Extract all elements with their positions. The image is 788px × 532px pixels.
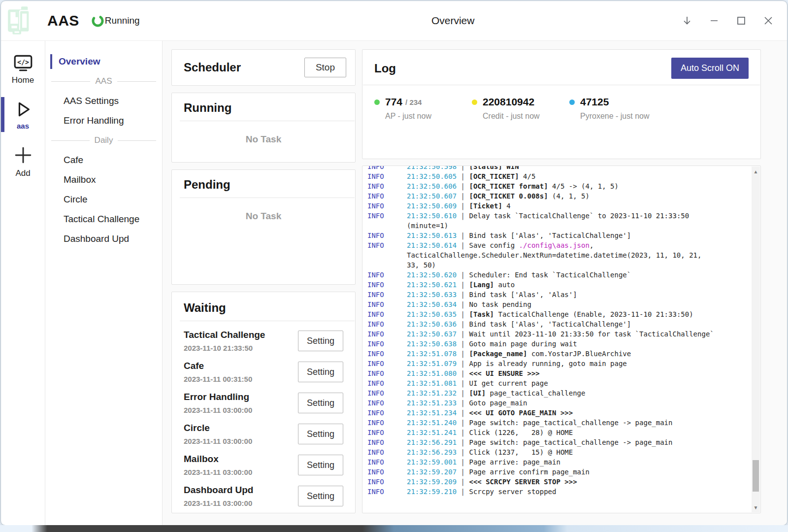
rail-item-aas[interactable]: aas	[1, 96, 45, 133]
scroll-down-arrow-icon[interactable]: ▼	[752, 503, 760, 511]
waiting-task-time: 2023-11-10 21:33:50	[184, 344, 265, 352]
task-setting-button[interactable]: Setting	[298, 393, 343, 413]
stat-label: AP - just now	[374, 112, 472, 121]
log-timestamp: 21:32:51.232	[407, 389, 457, 397]
log-scrollbar-thumb[interactable]	[753, 460, 759, 492]
log-separator: |	[457, 310, 469, 318]
close-icon	[763, 15, 774, 26]
auto-scroll-toggle-button[interactable]: Auto Scroll ON	[671, 58, 749, 79]
pending-title: Pending	[184, 178, 343, 192]
log-line: INFO21:32:51.078 | [Package_name] com.Yo…	[367, 349, 746, 359]
log-message: 21:32:50.606 | [OCR_TICKET format] 4/5 -…	[407, 181, 746, 191]
menu-item-mailbox[interactable]: Mailbox	[45, 170, 162, 190]
log-level: INFO	[367, 418, 407, 428]
scheduler-column: Scheduler Stop Running No Task Pending N…	[171, 49, 356, 513]
log-separator: |	[457, 202, 469, 210]
menu-item-overview[interactable]: Overview	[45, 52, 162, 71]
hide-to-tray-button[interactable]	[677, 11, 697, 31]
menu-item-dashboard-upd[interactable]: Dashboard Upd	[45, 229, 162, 249]
log-level: INFO	[367, 181, 407, 191]
log-message: 21:32:50.609 | [Ticket] 4	[407, 201, 746, 211]
log-timestamp: 21:32:59.207	[407, 468, 457, 476]
log-timestamp: 21:32:50.614	[407, 241, 457, 249]
task-setting-button[interactable]: Setting	[298, 362, 343, 382]
menu-item-aas-settings[interactable]: AAS Settings	[45, 91, 162, 111]
dashboard-stat: 220810942Credit - just now	[472, 96, 569, 121]
pending-empty-text: No Task	[184, 211, 343, 222]
log-separator: |	[457, 419, 469, 427]
waiting-task-row: Dashboard Upd2023-11-11 03:00:00Setting	[184, 485, 343, 507]
log-scrollbar[interactable]: ▲ ▼	[752, 166, 760, 512]
task-setting-button[interactable]: Setting	[298, 455, 343, 475]
log-message: 21:32:51.079 | App is already running, g…	[407, 359, 746, 368]
task-setting-button[interactable]: Setting	[298, 486, 343, 506]
maximize-button[interactable]	[731, 11, 751, 31]
scheduler-card: Scheduler Stop	[171, 49, 356, 86]
log-timestamp: 21:32:51.241	[407, 429, 457, 436]
log-separator: |	[457, 478, 469, 486]
log-line: INFO21:32:50.621 | [Lang] auto	[367, 280, 746, 290]
waiting-task-name: Cafe	[184, 361, 252, 371]
stat-label: Pyroxene - just now	[569, 112, 667, 121]
stat-dot-icon	[374, 100, 380, 105]
log-level: INFO	[367, 477, 407, 487]
menu-section-label: AAS	[95, 76, 112, 86]
menu-item-cafe[interactable]: Cafe	[45, 150, 162, 170]
log-line: INFO21:32:51.241 | Click (1226, 28) @ HO…	[367, 428, 746, 437]
waiting-task-name: Circle	[184, 423, 252, 433]
running-empty-text: No Task	[184, 134, 343, 145]
log-message: 21:32:50.605 | [OCR_TICKET] 4/5	[407, 171, 746, 181]
nav-rail: </> Home aas Add	[1, 41, 45, 525]
overview-main: Scheduler Stop Running No Task Pending N…	[163, 41, 787, 525]
log-level: INFO	[367, 171, 407, 181]
log-message: 21:32:50.610 | Delay task `TacticalChall…	[407, 211, 746, 231]
menu-item-error-handling[interactable]: Error Handling	[45, 111, 162, 131]
maximize-icon	[736, 15, 747, 26]
minimize-button[interactable]	[704, 11, 724, 31]
log-level: INFO	[367, 378, 407, 388]
log-line: INFO21:32:56.293 | Click (1237, 15) @ HO…	[367, 447, 746, 457]
log-separator: |	[457, 166, 469, 170]
log-line: INFO21:32:50.605 | [OCR_TICKET] 4/5	[367, 171, 746, 181]
log-separator: |	[457, 212, 469, 220]
log-separator: |	[457, 399, 469, 407]
rail-item-home[interactable]: </> Home	[1, 51, 45, 88]
log-level: INFO	[367, 329, 407, 339]
log-timestamp: 21:32:50.635	[407, 310, 457, 318]
desktop-background	[0, 525, 788, 532]
stat-total: / 234	[405, 98, 422, 106]
arrow-down-icon	[682, 15, 692, 26]
scheduler-stop-button[interactable]: Stop	[304, 58, 346, 77]
rail-item-add[interactable]: Add	[1, 141, 45, 181]
log-level: INFO	[367, 447, 407, 457]
task-setting-button[interactable]: Setting	[298, 424, 343, 444]
close-button[interactable]	[758, 11, 778, 31]
app-logo-icon	[6, 5, 39, 36]
log-message: 21:32:50.613 | Bind task ['Alas', 'Tacti…	[407, 231, 746, 240]
log-message: 21:32:51.234 | <<< UI GOTO PAGE_MAIN >>>	[407, 408, 746, 418]
log-line: INFO21:32:50.634 | No task pending	[367, 299, 746, 309]
waiting-task-row: Cafe2023-11-11 00:31:50Setting	[184, 361, 343, 383]
stat-value: 774	[385, 96, 402, 108]
log-level: INFO	[367, 388, 407, 398]
menu-item-tactical-challenge[interactable]: Tactical Challenge	[45, 209, 162, 229]
log-view[interactable]: INFO21:32:50.598 | [Status] WININFO21:32…	[362, 166, 761, 513]
log-line: INFO21:32:50.598 | [Status] WIN	[367, 166, 746, 171]
waiting-task-row: Error Handling2023-11-11 03:00:00Setting	[184, 392, 343, 414]
minimize-icon	[709, 15, 720, 26]
log-message: 21:32:51.240 | Page switch: page_tactica…	[407, 418, 746, 428]
log-line: INFO21:32:51.234 | <<< UI GOTO PAGE_MAIN…	[367, 408, 746, 418]
log-message: 21:32:59.001 | Page arrive: page_main	[407, 457, 746, 467]
log-message: 21:32:59.207 | Page arrive confirm page_…	[407, 467, 746, 477]
rail-item-label: Add	[15, 168, 30, 178]
scroll-up-arrow-icon[interactable]: ▲	[752, 167, 760, 175]
window-controls	[677, 1, 778, 40]
log-message: 21:32:51.232 | [UI] page_tactical_challe…	[407, 388, 746, 398]
task-setting-button[interactable]: Setting	[298, 331, 343, 351]
menu-item-circle[interactable]: Circle	[45, 190, 162, 209]
log-line: INFO21:32:50.614 | Save config ./config\…	[367, 240, 746, 270]
pending-card: Pending No Task	[171, 169, 356, 285]
log-message: 21:32:50.607 | [OCR_TICKET 0.008s] (4, 1…	[407, 191, 746, 201]
rail-item-label: Home	[12, 75, 34, 85]
waiting-task-time: 2023-11-11 03:00:00	[184, 468, 252, 476]
